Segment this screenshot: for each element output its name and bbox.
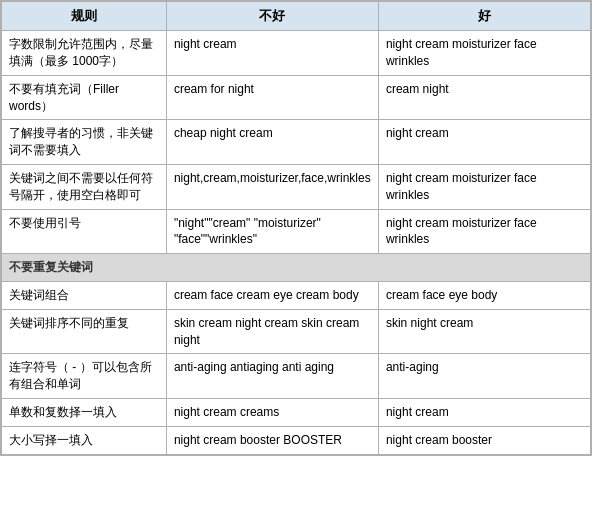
rule-cell-9: 单数和复数择一填入 xyxy=(2,398,167,426)
rule-cell-10: 大小写择一填入 xyxy=(2,426,167,454)
rule-cell-8: 连字符号（ - ）可以包含所有组合和单词 xyxy=(2,354,167,399)
rule-cell-3: 关键词之间不需要以任何符号隔开，使用空白格即可 xyxy=(2,164,167,209)
bad-cell-4: "night""cream" "moisturizer" "face""wrin… xyxy=(166,209,378,254)
good-cell-9: night cream xyxy=(378,398,590,426)
good-cell-3: night cream moisturizer face wrinkles xyxy=(378,164,590,209)
header-good: 好 xyxy=(378,2,590,31)
good-cell-1: cream night xyxy=(378,75,590,120)
good-cell-7: skin night cream xyxy=(378,309,590,354)
section-header-5: 不要重复关键词 xyxy=(2,254,591,282)
bad-cell-6: cream face cream eye cream body xyxy=(166,281,378,309)
good-cell-4: night cream moisturizer face wrinkles xyxy=(378,209,590,254)
good-cell-6: cream face eye body xyxy=(378,281,590,309)
rules-table: 规则 不好 好 字数限制允许范围内，尽量填满（最多 1000字）night cr… xyxy=(1,1,591,455)
rule-cell-6: 关键词组合 xyxy=(2,281,167,309)
bad-cell-8: anti-aging antiaging anti aging xyxy=(166,354,378,399)
good-cell-8: anti-aging xyxy=(378,354,590,399)
rule-cell-2: 了解搜寻者的习惯，非关键词不需要填入 xyxy=(2,120,167,165)
header-rule: 规则 xyxy=(2,2,167,31)
good-cell-0: night cream moisturizer face wrinkles xyxy=(378,31,590,76)
good-cell-10: night cream booster xyxy=(378,426,590,454)
rule-cell-1: 不要有填充词（Filler words） xyxy=(2,75,167,120)
rule-cell-4: 不要使用引号 xyxy=(2,209,167,254)
bad-cell-3: night,cream,moisturizer,face,wrinkles xyxy=(166,164,378,209)
main-table-wrapper: 规则 不好 好 字数限制允许范围内，尽量填满（最多 1000字）night cr… xyxy=(0,0,592,456)
good-cell-2: night cream xyxy=(378,120,590,165)
rule-cell-7: 关键词排序不同的重复 xyxy=(2,309,167,354)
bad-cell-0: night cream xyxy=(166,31,378,76)
header-bad: 不好 xyxy=(166,2,378,31)
bad-cell-9: night cream creams xyxy=(166,398,378,426)
bad-cell-1: cream for night xyxy=(166,75,378,120)
bad-cell-10: night cream booster BOOSTER xyxy=(166,426,378,454)
bad-cell-7: skin cream night cream skin cream night xyxy=(166,309,378,354)
rule-cell-0: 字数限制允许范围内，尽量填满（最多 1000字） xyxy=(2,31,167,76)
bad-cell-2: cheap night cream xyxy=(166,120,378,165)
